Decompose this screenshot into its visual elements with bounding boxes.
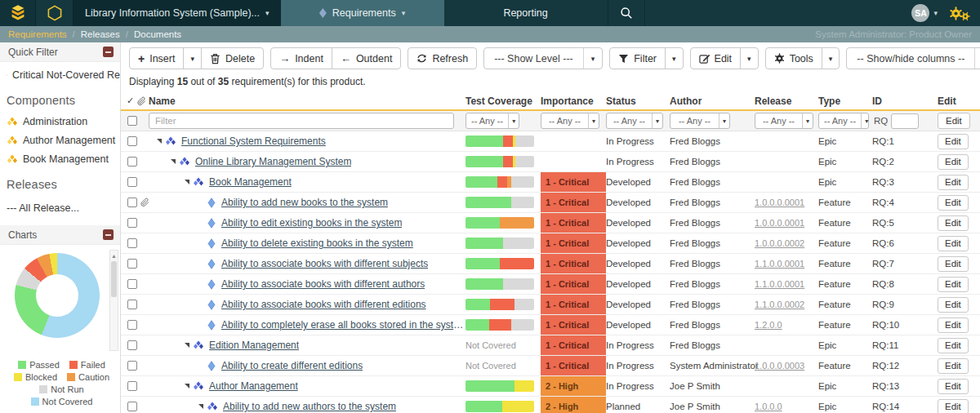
column-header-type[interactable]: Type	[818, 95, 872, 107]
row-edit-button[interactable]: Edit	[938, 358, 969, 374]
requirement-name-link[interactable]: Ability to associate books with differen…	[221, 299, 426, 310]
quick-filter-critical-not-covered[interactable]: Critical Not-Covered Re	[0, 62, 120, 81]
release-link[interactable]: 1.1.0.0.0002	[755, 300, 804, 309]
collapse-icon[interactable]	[103, 47, 114, 57]
column-header-importance[interactable]: Importance	[541, 95, 606, 107]
tab-requirements[interactable]: Requirements ▾	[281, 0, 444, 26]
breadcrumb-releases[interactable]: Releases	[81, 29, 120, 39]
release-link[interactable]: 1.0.0.0.0002	[755, 238, 804, 248]
requirement-name-link[interactable]: Ability to associate books with differen…	[221, 278, 425, 290]
collapse-icon[interactable]	[103, 229, 114, 240]
row-checkbox[interactable]	[127, 402, 137, 411]
type-filter-select[interactable]: -- Any --▾	[818, 113, 869, 129]
release-link[interactable]: 1.1.0.0.0001	[755, 259, 804, 269]
user-menu[interactable]: SA ▾	[903, 0, 946, 26]
row-edit-button[interactable]: Edit	[938, 297, 969, 313]
requirement-name-link[interactable]: Author Management	[209, 380, 298, 392]
scrollbar-thumb[interactable]	[111, 261, 117, 297]
search-icon[interactable]	[608, 0, 645, 26]
row-checkbox[interactable]	[127, 361, 137, 371]
release-link[interactable]: 1.2.0.0	[755, 320, 782, 330]
row-edit-button[interactable]: Edit	[938, 338, 969, 353]
release-link[interactable]: 1.0.0.0.0003	[755, 361, 804, 371]
requirement-name-link[interactable]: Ability to completely erase all books st…	[221, 319, 466, 331]
row-checkbox[interactable]	[127, 381, 137, 391]
row-edit-button[interactable]: Edit	[938, 399, 969, 413]
indent-button[interactable]: →Indent	[270, 47, 332, 69]
requirement-name-link[interactable]: Ability to associate books with differen…	[221, 258, 428, 269]
settings-gears-icon[interactable]	[946, 0, 980, 26]
row-edit-button[interactable]: Edit	[938, 154, 969, 170]
column-header-release[interactable]: Release	[755, 95, 818, 107]
release-link[interactable]: 1.0.0.0.0001	[755, 218, 804, 228]
component-author-management[interactable]: Author Management	[0, 127, 120, 146]
author-filter-select[interactable]: -- Any --▾	[670, 113, 730, 129]
all-releases-item[interactable]: --- All Release...	[0, 193, 120, 214]
row-edit-button[interactable]: Edit	[938, 236, 969, 251]
scroll-up-arrow[interactable]: ▲	[110, 251, 118, 260]
requirement-name-link[interactable]: Ability to delete existing books in the …	[221, 238, 413, 249]
tools-dropdown-button[interactable]: ▾	[822, 47, 840, 69]
coverage-filter-select[interactable]: -- Any --▾	[466, 113, 519, 129]
status-filter-select[interactable]: -- Any --▾	[606, 113, 663, 129]
expand-collapse-arrow[interactable]	[198, 404, 203, 409]
expand-collapse-arrow[interactable]	[185, 384, 189, 389]
column-header-author[interactable]: Author	[670, 95, 755, 107]
row-edit-button[interactable]: Edit	[938, 379, 969, 394]
release-link[interactable]: 1.1.0.0.0001	[755, 279, 804, 289]
app-logo[interactable]	[0, 0, 36, 26]
requirement-name-link[interactable]: Functional System Requirements	[181, 135, 326, 147]
select-all-checkbox[interactable]	[127, 116, 137, 126]
breadcrumb-documents[interactable]: Documents	[134, 29, 181, 39]
column-header-id[interactable]: ID	[872, 95, 938, 107]
row-checkbox[interactable]	[127, 259, 137, 269]
product-selector[interactable]: Library Information System (Sample)... ▾	[74, 0, 281, 26]
outdent-button[interactable]: ←Outdent	[332, 47, 401, 69]
tools-button[interactable]: Tools	[765, 47, 822, 69]
requirement-name-link[interactable]: Online Library Management System	[195, 156, 351, 167]
show-level-select[interactable]: --- Show Level --- ▾	[483, 47, 603, 69]
release-link[interactable]: 1.0.0.0.0001	[755, 198, 804, 207]
insert-dropdown-button[interactable]: ▾	[183, 47, 202, 69]
id-filter-input[interactable]	[891, 113, 919, 129]
row-checkbox[interactable]	[127, 177, 137, 187]
delete-button[interactable]: Delete	[201, 47, 264, 69]
component-book-management[interactable]: Book Management	[0, 146, 120, 165]
expand-collapse-arrow[interactable]	[185, 180, 189, 184]
component-administration[interactable]: Administration	[0, 109, 120, 127]
requirement-name-link[interactable]: Book Management	[209, 176, 292, 188]
row-edit-button[interactable]: Edit	[938, 277, 969, 292]
row-checkbox[interactable]	[127, 320, 137, 330]
row-edit-button[interactable]: Edit	[938, 175, 969, 190]
row-checkbox[interactable]	[127, 340, 137, 350]
breadcrumb-requirements[interactable]: Requirements	[8, 29, 67, 39]
row-checkbox[interactable]	[127, 238, 137, 248]
row-edit-button[interactable]: Edit	[938, 134, 969, 149]
requirement-name-link[interactable]: Edition Management	[209, 340, 299, 351]
row-checkbox[interactable]	[127, 279, 137, 289]
requirement-name-link[interactable]: Ability to add new books to the system	[221, 197, 388, 208]
column-header-test-coverage[interactable]: Test Coverage	[466, 95, 541, 107]
requirement-name-link[interactable]: Ability to add new authors to the system	[223, 401, 396, 412]
row-edit-button[interactable]: Edit	[938, 215, 969, 231]
row-checkbox[interactable]	[127, 218, 137, 228]
check-all-icon[interactable]: ✓	[127, 95, 134, 106]
row-checkbox[interactable]	[127, 136, 137, 146]
row-checkbox[interactable]	[127, 300, 137, 309]
row-checkbox[interactable]	[127, 198, 137, 207]
edit-button[interactable]: Edit	[690, 47, 742, 69]
expand-collapse-arrow[interactable]	[157, 139, 162, 144]
expand-collapse-arrow[interactable]	[171, 159, 176, 164]
workspace-hexagon-icon[interactable]	[36, 0, 74, 26]
filter-button[interactable]: Filter	[609, 47, 666, 69]
filter-dropdown-button[interactable]: ▾	[665, 47, 684, 69]
expand-collapse-arrow[interactable]	[185, 343, 189, 348]
row-edit-button[interactable]: Edit	[938, 318, 969, 333]
sidebar-scrollbar[interactable]: ▲	[109, 250, 118, 351]
name-filter-input[interactable]	[149, 113, 454, 129]
column-header-edit[interactable]: Edit	[938, 95, 980, 107]
tab-reporting[interactable]: Reporting	[444, 0, 608, 26]
refresh-button[interactable]: Refresh	[408, 47, 477, 69]
edit-dropdown-button[interactable]: ▾	[740, 47, 759, 69]
release-filter-select[interactable]: -- Any --▾	[755, 113, 813, 129]
